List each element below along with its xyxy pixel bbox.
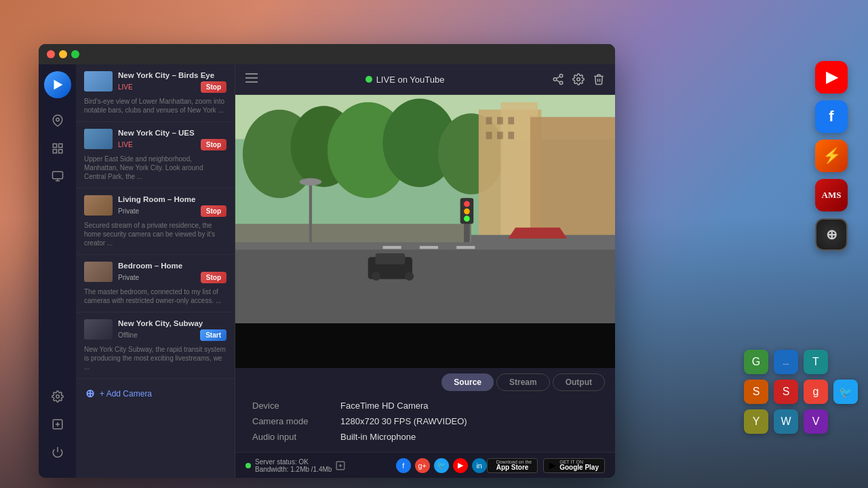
sidebar-item-power[interactable] [45, 440, 70, 464]
mini-icon-10[interactable]: V [804, 409, 828, 434]
svg-rect-42 [420, 246, 438, 249]
camera-description: The master bedroom, connected to my list… [84, 287, 226, 305]
tab-output[interactable]: Output [553, 373, 605, 391]
twitter-social-icon[interactable]: 🐦 [434, 458, 449, 473]
facebook-dock-icon[interactable]: f [815, 100, 848, 133]
mini-icon-8[interactable]: Y [744, 409, 768, 434]
list-item[interactable]: Living Room – Home Private Stop Secured … [76, 188, 235, 255]
mini-icon-5[interactable]: S [774, 380, 798, 404]
bandwidth-icon [336, 461, 345, 470]
list-item[interactable]: New York City – UES LIVE Stop Upper East… [76, 122, 235, 188]
audio-input-label: Audio input [252, 432, 340, 442]
delete-button[interactable] [593, 73, 605, 85]
title-bar [39, 44, 615, 64]
mini-icon-6[interactable]: g [804, 380, 828, 404]
google-play-text: GET IT ON Google Play [559, 460, 599, 471]
maximize-button[interactable] [71, 50, 79, 58]
toolbar-right [552, 73, 605, 85]
camera-status-row: Offline Start [118, 329, 226, 341]
tab-stream[interactable]: Stream [496, 373, 550, 391]
svg-rect-3 [58, 144, 62, 147]
minimize-button[interactable] [59, 50, 67, 58]
sidebar-item-monitor[interactable] [45, 164, 70, 188]
sidebar-item-grid[interactable] [45, 136, 70, 161]
google-play-badge[interactable]: ▶ GET IT ON Google Play [543, 458, 605, 473]
svg-rect-36 [486, 131, 492, 139]
svg-rect-43 [456, 246, 475, 249]
add-camera-button[interactable]: ⊕ + Add Camera [76, 379, 235, 408]
app-store-name: App Store [496, 464, 532, 471]
facebook-social-icon[interactable]: f [396, 458, 411, 473]
mini-icon-7[interactable]: 🐦 [833, 380, 858, 404]
status-badge: LIVE [118, 141, 133, 148]
svg-rect-46 [376, 253, 405, 264]
main-content: LIVE on YouTube [235, 64, 615, 478]
camera-item-header: New York City – Birds Eye LIVE Stop [84, 71, 226, 93]
list-item[interactable]: New York City, Subway Offline Start New … [76, 312, 235, 379]
svg-line-21 [556, 77, 559, 79]
close-button[interactable] [47, 50, 55, 58]
youtube-social-icon[interactable]: ▶ [453, 458, 468, 473]
lightning-dock-icon[interactable]: ⚡ [815, 140, 848, 172]
source-info-grid: Device FaceTime HD Camera Camera mode 12… [235, 395, 615, 452]
app-store-badge[interactable]: Download on the App Store [487, 458, 538, 473]
list-item[interactable]: New York City – Birds Eye LIVE Stop Bird… [76, 64, 235, 122]
camera-description: Upper East Side and neighborhood, Manhat… [84, 155, 226, 181]
mini-dock-row-1: G ... T [744, 350, 858, 374]
mini-dock-row-2: S S g 🐦 [744, 380, 858, 404]
camera-info: New York City – UES LIVE Stop [118, 129, 226, 150]
camera-thumbnail [84, 319, 113, 340]
settings-button[interactable] [572, 73, 585, 85]
stop-button[interactable]: Stop [201, 205, 226, 217]
stop-button[interactable]: Stop [201, 139, 226, 150]
ams-dock-icon[interactable]: AMS [815, 179, 848, 211]
google-play-icon: ▶ [549, 460, 556, 470]
svg-rect-47 [405, 272, 414, 281]
svg-point-53 [464, 216, 470, 222]
svg-rect-5 [58, 150, 62, 153]
svg-point-9 [56, 395, 59, 399]
mini-dock-row-3: Y W V [744, 409, 858, 434]
app-store-text: Download on the App Store [496, 460, 532, 471]
camera-description: New York City Subway, the rapid transit … [84, 345, 226, 371]
mini-icon-4[interactable]: S [744, 380, 768, 404]
sidebar-item-settings[interactable] [45, 384, 70, 409]
app-body: New York City – Birds Eye LIVE Stop Bird… [39, 64, 615, 478]
status-badge: Private [118, 274, 139, 281]
camera-name: New York City, Subway [118, 319, 226, 327]
right-dock: ▶ f ⚡ AMS ⊕ [815, 61, 848, 251]
toolbar-left [245, 73, 258, 85]
camera-name: Bedroom – Home [118, 262, 226, 270]
start-button[interactable]: Start [200, 329, 226, 341]
camera-info: Living Room – Home Private Stop [118, 195, 226, 217]
app-logo[interactable] [44, 71, 71, 98]
device-label: Device [252, 401, 340, 411]
tab-source[interactable]: Source [441, 373, 494, 391]
sidebar-item-add[interactable] [45, 412, 70, 436]
svg-rect-4 [53, 150, 56, 153]
mini-icon-9[interactable]: W [774, 409, 798, 434]
mini-icon-1[interactable]: G [744, 350, 768, 374]
stop-button[interactable]: Stop [201, 81, 226, 93]
menu-icon[interactable] [245, 73, 258, 85]
svg-point-56 [300, 178, 322, 186]
camera-thumbnail [84, 71, 113, 92]
camera-status-row: Private Stop [118, 272, 226, 283]
camera-item-header: New York City, Subway Offline Start [84, 319, 226, 341]
stop-button[interactable]: Stop [201, 272, 226, 283]
list-item[interactable]: Bedroom – Home Private Stop The master b… [76, 255, 235, 312]
svg-rect-39 [235, 242, 615, 323]
tabs-row: Source Stream Output [235, 368, 615, 395]
camera-thumbnail [84, 129, 113, 149]
svg-rect-37 [497, 131, 503, 139]
mini-icon-3[interactable]: T [804, 350, 828, 374]
linkedin-social-icon[interactable]: in [472, 458, 487, 473]
sidebar-item-map[interactable] [45, 108, 70, 133]
gplus-social-icon[interactable]: g+ [415, 458, 430, 473]
mini-icon-2[interactable]: ... [774, 350, 798, 374]
status-badge: Offline [118, 331, 138, 339]
camera-mode-label: Camera mode [252, 416, 340, 426]
sniper-dock-icon[interactable]: ⊕ [815, 218, 848, 251]
share-button[interactable] [552, 73, 564, 85]
youtube-dock-icon[interactable]: ▶ [815, 61, 848, 94]
